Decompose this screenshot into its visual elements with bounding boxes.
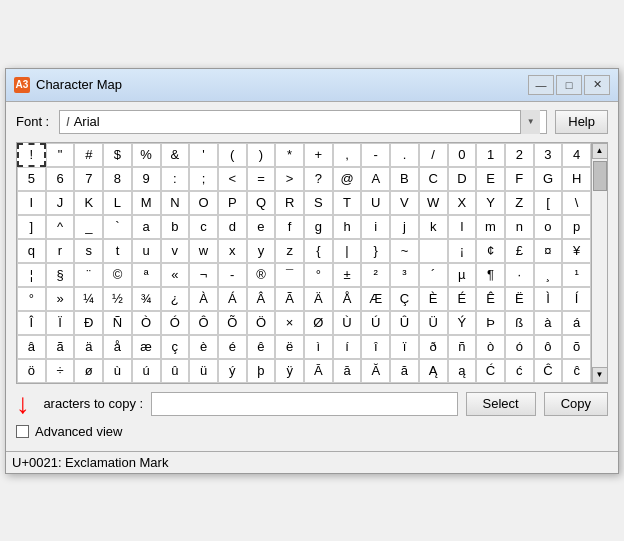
char-cell[interactable]: \ bbox=[562, 191, 591, 215]
char-cell[interactable]: w bbox=[189, 239, 218, 263]
char-cell[interactable]: Ù bbox=[333, 311, 362, 335]
char-cell[interactable]: $ bbox=[103, 143, 132, 167]
char-cell[interactable]: Ñ bbox=[103, 311, 132, 335]
char-cell[interactable]: b bbox=[161, 215, 190, 239]
char-cell[interactable]: Û bbox=[390, 311, 419, 335]
char-cell[interactable]: ĉ bbox=[562, 359, 591, 383]
char-cell[interactable]: ë bbox=[275, 335, 304, 359]
char-cell[interactable]: ® bbox=[247, 263, 276, 287]
scroll-up-button[interactable]: ▲ bbox=[592, 143, 608, 159]
char-cell[interactable]: Ì bbox=[534, 287, 563, 311]
char-cell[interactable]: × bbox=[275, 311, 304, 335]
char-cell[interactable]: V bbox=[390, 191, 419, 215]
char-cell[interactable]: ú bbox=[132, 359, 161, 383]
char-cell[interactable]: 1 bbox=[476, 143, 505, 167]
char-cell[interactable]: ñ bbox=[448, 335, 477, 359]
char-cell[interactable]: Ý bbox=[448, 311, 477, 335]
char-cell[interactable]: ô bbox=[534, 335, 563, 359]
minimize-button[interactable]: — bbox=[528, 75, 554, 95]
char-cell[interactable]: Ā bbox=[304, 359, 333, 383]
char-cell[interactable]: Ć bbox=[476, 359, 505, 383]
char-cell[interactable]: / bbox=[419, 143, 448, 167]
char-cell[interactable]: ý bbox=[218, 359, 247, 383]
char-cell[interactable]: é bbox=[218, 335, 247, 359]
char-cell[interactable]: ü bbox=[189, 359, 218, 383]
char-cell[interactable]: È bbox=[419, 287, 448, 311]
char-cell[interactable]: ä bbox=[74, 335, 103, 359]
char-cell[interactable]: T bbox=[333, 191, 362, 215]
char-cell[interactable]: ² bbox=[361, 263, 390, 287]
char-cell[interactable]: « bbox=[161, 263, 190, 287]
char-cell[interactable]: â bbox=[17, 335, 46, 359]
char-cell[interactable]: Æ bbox=[361, 287, 390, 311]
char-cell[interactable]: ? bbox=[304, 167, 333, 191]
char-cell[interactable]: ć bbox=[505, 359, 534, 383]
char-cell[interactable]: á bbox=[562, 311, 591, 335]
char-cell[interactable]: Ê bbox=[476, 287, 505, 311]
char-cell[interactable]: ³ bbox=[390, 263, 419, 287]
char-cell[interactable]: ā bbox=[333, 359, 362, 383]
char-cell[interactable]: Ò bbox=[132, 311, 161, 335]
char-cell[interactable]: ö bbox=[17, 359, 46, 383]
dropdown-arrow-icon[interactable]: ▼ bbox=[520, 110, 540, 134]
char-cell[interactable]: G bbox=[534, 167, 563, 191]
char-cell[interactable]: % bbox=[132, 143, 161, 167]
char-cell[interactable]: k bbox=[419, 215, 448, 239]
char-cell[interactable]: Ø bbox=[304, 311, 333, 335]
char-cell[interactable]: H bbox=[562, 167, 591, 191]
char-cell[interactable]: è bbox=[189, 335, 218, 359]
char-cell[interactable]: ą bbox=[448, 359, 477, 383]
char-cell[interactable]: § bbox=[46, 263, 75, 287]
char-cell[interactable]: » bbox=[46, 287, 75, 311]
char-cell[interactable]: µ bbox=[448, 263, 477, 287]
char-cell[interactable]: } bbox=[361, 239, 390, 263]
char-cell[interactable]: î bbox=[361, 335, 390, 359]
char-cell[interactable]: ( bbox=[218, 143, 247, 167]
char-cell[interactable]: Á bbox=[218, 287, 247, 311]
char-cell[interactable]: £ bbox=[505, 239, 534, 263]
scroll-down-button[interactable]: ▼ bbox=[592, 367, 608, 383]
char-cell[interactable]: ^ bbox=[46, 215, 75, 239]
char-cell[interactable]: ¥ bbox=[562, 239, 591, 263]
char-cell[interactable]: Â bbox=[247, 287, 276, 311]
char-cell[interactable]: ¬ bbox=[189, 263, 218, 287]
char-cell[interactable]: 3 bbox=[534, 143, 563, 167]
char-cell[interactable]: ¸ bbox=[534, 263, 563, 287]
char-cell[interactable]: ò bbox=[476, 335, 505, 359]
char-cell[interactable]: l bbox=[448, 215, 477, 239]
char-cell[interactable]: E bbox=[476, 167, 505, 191]
char-cell[interactable]: d bbox=[218, 215, 247, 239]
copy-button[interactable]: Copy bbox=[544, 392, 608, 416]
char-cell[interactable]: ø bbox=[74, 359, 103, 383]
char-cell[interactable]: æ bbox=[132, 335, 161, 359]
char-cell[interactable]: 0 bbox=[448, 143, 477, 167]
char-cell[interactable]: p bbox=[562, 215, 591, 239]
char-cell[interactable]: m bbox=[476, 215, 505, 239]
char-cell[interactable]: o bbox=[534, 215, 563, 239]
char-cell[interactable]: O bbox=[189, 191, 218, 215]
font-dropdown[interactable]: I Arial ▼ bbox=[59, 110, 547, 134]
char-cell[interactable]: 7 bbox=[74, 167, 103, 191]
char-cell[interactable]: B bbox=[390, 167, 419, 191]
char-cell[interactable]: õ bbox=[562, 335, 591, 359]
char-cell[interactable]: Þ bbox=[476, 311, 505, 335]
char-cell[interactable]: e bbox=[247, 215, 276, 239]
char-cell[interactable]: ì bbox=[304, 335, 333, 359]
char-cell[interactable]: ¦ bbox=[17, 263, 46, 287]
help-button[interactable]: Help bbox=[555, 110, 608, 134]
char-cell[interactable]: v bbox=[161, 239, 190, 263]
char-cell[interactable]: ¹ bbox=[562, 263, 591, 287]
char-cell[interactable]: _ bbox=[74, 215, 103, 239]
char-cell[interactable]: I bbox=[17, 191, 46, 215]
char-cell[interactable]: i bbox=[361, 215, 390, 239]
char-cell[interactable]: ¿ bbox=[161, 287, 190, 311]
char-cell[interactable]: " bbox=[46, 143, 75, 167]
char-cell[interactable]: ¯ bbox=[275, 263, 304, 287]
char-cell[interactable]: P bbox=[218, 191, 247, 215]
char-cell[interactable]: ÷ bbox=[46, 359, 75, 383]
advanced-view-checkbox[interactable] bbox=[16, 425, 29, 438]
char-cell[interactable]: - bbox=[361, 143, 390, 167]
char-cell[interactable]: À bbox=[189, 287, 218, 311]
char-cell[interactable]: ð bbox=[419, 335, 448, 359]
char-cell[interactable]: ~ bbox=[390, 239, 419, 263]
